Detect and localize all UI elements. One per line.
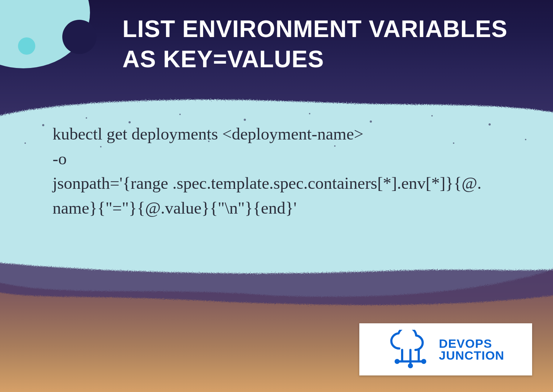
decorative-blob [0, 0, 90, 68]
svg-point-21 [421, 359, 426, 364]
brand-logo: DEVOPS JUNCTION [359, 323, 532, 375]
svg-point-7 [431, 115, 433, 117]
brand-line2: JUNCTION [439, 350, 504, 361]
page-title: LIST ENVIRONMENT VARIABLES AS KEY=VALUES [122, 14, 524, 74]
svg-point-4 [244, 119, 246, 121]
cloud-junction-icon [387, 330, 434, 369]
svg-point-5 [309, 113, 310, 114]
svg-point-9 [24, 142, 26, 144]
decorative-dot [18, 37, 35, 55]
svg-point-8 [489, 123, 491, 126]
svg-point-19 [395, 359, 400, 364]
code-snippet: kubectl get deployments <deployment-name… [53, 122, 488, 220]
svg-point-20 [408, 363, 413, 368]
svg-point-14 [525, 139, 526, 140]
svg-point-0 [42, 124, 44, 126]
brand-name: DEVOPS JUNCTION [439, 338, 504, 361]
svg-point-3 [179, 114, 181, 115]
brand-line1: DEVOPS [439, 338, 504, 349]
svg-point-1 [86, 117, 87, 119]
